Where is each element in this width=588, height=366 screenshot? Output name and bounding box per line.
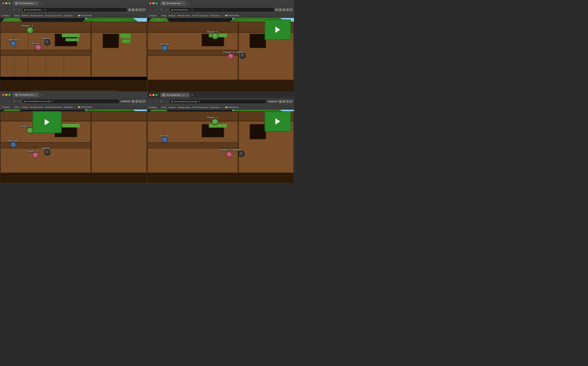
back-button-2[interactable]: ← — [149, 8, 153, 12]
ext-icon-3d[interactable]: ⋯ — [142, 100, 146, 103]
bookmark-devdocs-4[interactable]: DevDocs — [210, 106, 220, 108]
scrollbar-1[interactable] — [30, 91, 117, 91]
ext-icon-2b[interactable]: 🔒 — [279, 8, 282, 11]
home-button-3[interactable]: ⌂ — [17, 99, 22, 104]
bookmark-github-4[interactable]: GitHub — [159, 106, 167, 108]
tab-1[interactable]: The Hooded Hero ✕ — [13, 1, 39, 6]
ext-icon-2c[interactable]: ⚡ — [282, 8, 285, 11]
bookmark-github-2[interactable]: GitHub — [159, 15, 167, 17]
bookmark-devdocs-2[interactable]: DevDocs — [210, 15, 220, 17]
ext-icon-4d[interactable]: ⋯ — [289, 100, 293, 103]
tab-close-4[interactable]: ✕ — [186, 94, 188, 96]
bookmark-more-4[interactable]: » — [222, 106, 223, 108]
maximize-button-4[interactable] — [155, 94, 158, 96]
bookmark-devdocs-3[interactable]: DevDocs — [64, 106, 73, 108]
forward-button-1[interactable]: → — [7, 8, 11, 12]
home-button-4[interactable]: ⌂ — [164, 99, 169, 104]
home-button-2[interactable]: ⌂ — [164, 8, 169, 12]
forward-button-2[interactable]: → — [154, 8, 158, 12]
bookmark-habitica-2[interactable]: Habitica — [149, 15, 157, 17]
bookmark-replit-3[interactable]: Repl.it — [22, 106, 29, 108]
ext-icon-1e[interactable]: ⋯ — [142, 8, 146, 11]
ext-icon-3a[interactable]: 🔥 — [132, 100, 135, 103]
bookmark-all-3[interactable]: 📁 All Bookmarks — [78, 106, 92, 108]
ext-icon-1b[interactable]: 🔒 — [132, 8, 135, 11]
back-button-3[interactable]: ← — [1, 99, 6, 104]
address-bar-4[interactable]: 🔒 the-hooded-hero.vercel.app ★ — [169, 99, 267, 104]
bookmark-hackernews-4[interactable]: Hacker News — [178, 106, 190, 108]
play-button-4[interactable] — [264, 111, 291, 132]
ext-icon-2a[interactable]: ⚙ — [275, 8, 278, 11]
close-button-3[interactable] — [2, 94, 4, 96]
maximize-button-3[interactable] — [8, 94, 10, 96]
address-bar-1[interactable]: 🔒 the-hooded-hero.... ★ — [22, 8, 127, 12]
bookmark-replit-2[interactable]: Repl.it — [169, 15, 176, 17]
ext-icon-1a[interactable]: ⚙ — [128, 8, 131, 11]
tab-4[interactable]: The Hooded Hero 🔊 ✕ — [160, 92, 190, 97]
bookmark-replit-4[interactable]: Repl.it — [169, 106, 176, 108]
bookmark-all-2[interactable]: 📁 All Bookmarks — [225, 15, 239, 17]
bookmark-css-4[interactable]: CSS Cheat Sheet — [192, 106, 209, 108]
close-button-1[interactable] — [2, 2, 4, 4]
close-button-2[interactable] — [149, 2, 151, 4]
new-tab-button-3[interactable]: + — [39, 93, 43, 96]
bookmark-devdocs-1[interactable]: DevDocs — [64, 15, 73, 17]
reload-button-2[interactable]: ↺ — [159, 8, 163, 12]
bookmark-css-2[interactable]: CSS Cheat Sheet — [192, 15, 209, 17]
back-button-4[interactable]: ← — [149, 99, 153, 104]
back-button-1[interactable]: ← — [1, 8, 6, 12]
tab-2[interactable]: The Hooded Hero ✕ — [160, 1, 186, 6]
close-button-4[interactable] — [149, 94, 151, 96]
bookmark-more-1[interactable]: » — [75, 15, 76, 17]
bookmark-icon-2[interactable]: ★ — [191, 8, 193, 11]
bookmark-habitica-1[interactable]: Habitica — [1, 15, 10, 17]
minimize-button-3[interactable] — [5, 94, 8, 96]
minimize-button-4[interactable] — [153, 94, 155, 96]
bookmark-css-1[interactable]: CSS Cheat Sheet — [45, 15, 62, 17]
bookmark-more-3[interactable]: » — [75, 106, 76, 108]
minimize-button-1[interactable] — [5, 2, 8, 4]
ext-icon-1c[interactable]: ⚡ — [135, 8, 138, 11]
bookmark-hackernews-3[interactable]: Hacker News — [31, 106, 43, 108]
bookmark-icon-1[interactable]: ★ — [44, 8, 46, 11]
maximize-button-1[interactable] — [8, 2, 10, 4]
reload-button-4[interactable]: ↺ — [159, 99, 163, 104]
bookmark-icon-4[interactable]: ★ — [199, 100, 200, 103]
forward-button-3[interactable]: → — [7, 99, 11, 104]
address-bar-2[interactable]: 🔒 the-hooded-hero.... ★ — [169, 8, 274, 12]
tab-3[interactable]: The Hooded Hero ✕ — [13, 92, 39, 97]
bookmark-replit-1[interactable]: Repl.it — [22, 15, 29, 17]
bookmark-github-3[interactable]: GitHub — [12, 106, 20, 108]
reload-button-3[interactable]: ↺ — [12, 99, 16, 104]
ext-icon-3b[interactable]: ⚙ — [135, 100, 138, 103]
bookmark-habitica-4[interactable]: Habitica — [149, 106, 157, 108]
ext-icon-3c[interactable]: 📎 — [139, 100, 142, 103]
ext-icon-2d[interactable]: 📎 — [286, 8, 289, 11]
bookmark-all-1[interactable]: 📁 All Bookmarks — [78, 15, 92, 17]
tab-close-3[interactable]: ✕ — [35, 94, 37, 96]
ext-icon-4b[interactable]: ⚙ — [282, 100, 285, 103]
new-tab-button-2[interactable]: + — [187, 2, 190, 5]
ext-icon-2e[interactable]: ⋯ — [289, 8, 293, 11]
ext-icon-4c[interactable]: 📎 — [286, 100, 289, 103]
new-tab-button-4[interactable]: + — [190, 93, 194, 97]
bookmark-habitica-3[interactable]: Habitica — [1, 106, 10, 108]
new-tab-button-1[interactable]: + — [39, 2, 43, 5]
home-button-1[interactable]: ⌂ — [17, 8, 22, 12]
bookmark-github-1[interactable]: GitHub — [12, 15, 20, 17]
reload-button-1[interactable]: ↺ — [12, 8, 16, 12]
ext-icon-4a[interactable]: 🔥 — [279, 100, 282, 103]
tab-close-1[interactable]: ✕ — [35, 2, 37, 4]
maximize-button-2[interactable] — [155, 2, 158, 4]
forward-button-4[interactable]: → — [154, 99, 158, 104]
tab-close-2[interactable]: ✕ — [183, 2, 184, 4]
play-button-overlay-2[interactable] — [264, 20, 291, 40]
bookmark-icon-3[interactable]: ★ — [51, 100, 53, 102]
address-bar-3[interactable]: 🔒 the-hooded-hero.vercel.app ★ — [22, 99, 119, 104]
bookmark-more-2[interactable]: » — [222, 15, 223, 17]
bookmark-css-3[interactable]: CSS Cheat Sheet — [45, 106, 62, 108]
ext-icon-1d[interactable]: 📎 — [139, 8, 142, 11]
bookmark-hackernews-1[interactable]: Hacker News — [31, 15, 43, 17]
play-button-3[interactable] — [32, 111, 62, 133]
minimize-button-2[interactable] — [153, 2, 155, 4]
